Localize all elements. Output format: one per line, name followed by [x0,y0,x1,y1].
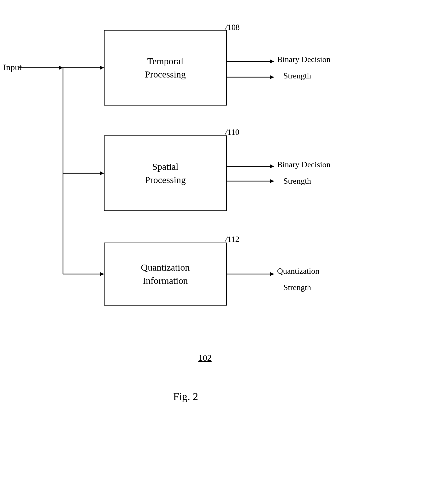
quantization-label: QuantizationInformation [141,261,190,287]
spatial-binary-decision: Binary Decision [277,158,331,171]
temporal-output-label: Binary Decision Strength [277,53,331,82]
spatial-output-label: Binary Decision Strength [277,158,331,187]
svg-marker-14 [270,164,274,168]
quantization-block: QuantizationInformation [104,243,227,306]
temporal-binary-decision: Binary Decision [277,53,331,66]
quant-strength: Strength [283,281,319,294]
temporal-block: TemporalProcessing [104,30,227,106]
quant-output-label: Quantization Strength [277,265,319,294]
svg-marker-10 [270,60,274,63]
svg-marker-6 [100,171,104,175]
svg-marker-1 [59,66,63,70]
svg-marker-16 [270,179,274,183]
temporal-ref: /108 [225,23,240,32]
spatial-ref: /110 [225,128,239,137]
spatial-block: SpatialProcessing [104,135,227,211]
quant-quantization: Quantization [277,265,319,278]
temporal-strength: Strength [283,69,331,83]
spatial-label: SpatialProcessing [145,160,186,186]
temporal-label: TemporalProcessing [145,54,186,81]
quantization-ref: /112 [225,235,239,244]
figure-caption: Fig. 2 [173,391,198,403]
spatial-strength: Strength [283,175,331,188]
svg-marker-12 [270,75,274,79]
svg-marker-18 [270,272,274,276]
svg-marker-4 [100,66,104,70]
input-label: Input [3,62,22,72]
svg-marker-8 [100,272,104,276]
diagram-number: 102 [198,353,212,363]
diagram-container: Input TemporalProcessing /108 SpatialPro… [0,13,432,469]
